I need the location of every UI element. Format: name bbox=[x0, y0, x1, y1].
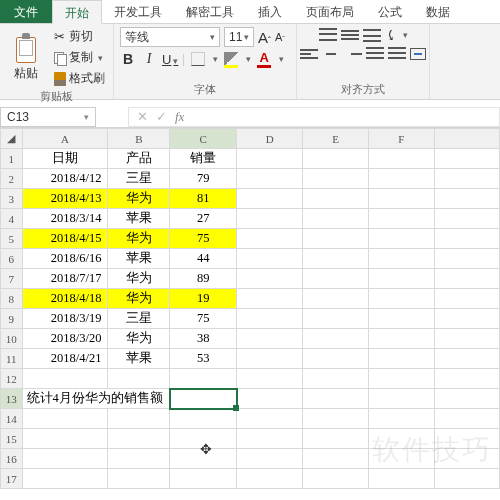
cell-product[interactable]: 华为 bbox=[108, 269, 170, 289]
row-header[interactable]: 6 bbox=[1, 249, 23, 269]
header-cell[interactable]: 日期 bbox=[22, 149, 108, 169]
row-header[interactable]: 13 bbox=[1, 389, 23, 409]
row-header[interactable]: 8 bbox=[1, 289, 23, 309]
col-header-B[interactable]: B bbox=[108, 129, 170, 149]
header-cell[interactable]: 产品 bbox=[108, 149, 170, 169]
cell-sales[interactable]: 79 bbox=[170, 169, 237, 189]
cut-button[interactable]: ✂ 剪切 bbox=[52, 27, 107, 46]
tab-developer[interactable]: 开发工具 bbox=[102, 0, 174, 23]
cell-sales[interactable]: 53 bbox=[170, 349, 237, 369]
orientation-button[interactable]: ⤹ bbox=[385, 27, 397, 43]
format-painter-button[interactable]: 格式刷 bbox=[52, 69, 107, 88]
decrease-indent-button[interactable] bbox=[366, 47, 384, 61]
row-header[interactable]: 4 bbox=[1, 209, 23, 229]
align-center-button[interactable] bbox=[322, 47, 340, 61]
font-color-button[interactable]: A bbox=[257, 52, 271, 66]
align-bottom-button[interactable] bbox=[363, 28, 381, 42]
cell-product[interactable]: 苹果 bbox=[108, 209, 170, 229]
cell-date[interactable]: 2018/3/14 bbox=[22, 209, 108, 229]
fill-handle[interactable] bbox=[233, 405, 239, 411]
cell-product[interactable]: 华为 bbox=[108, 229, 170, 249]
font-size-select[interactable]: 11▾ bbox=[224, 27, 254, 47]
cell-product[interactable]: 华为 bbox=[108, 329, 170, 349]
align-middle-button[interactable] bbox=[341, 28, 359, 42]
col-header-C[interactable]: C bbox=[170, 129, 237, 149]
summary-label-cell[interactable]: 统计4月份华为的销售额 bbox=[22, 389, 170, 409]
cell-sales[interactable]: 89 bbox=[170, 269, 237, 289]
row-header[interactable]: 1 bbox=[1, 149, 23, 169]
row-header[interactable]: 17 bbox=[1, 469, 23, 489]
tab-data[interactable]: 数据 bbox=[414, 0, 462, 23]
col-header-G[interactable] bbox=[434, 129, 499, 149]
cell-date[interactable]: 2018/6/16 bbox=[22, 249, 108, 269]
fx-icon[interactable]: fx bbox=[175, 109, 184, 125]
row-header[interactable]: 16 bbox=[1, 449, 23, 469]
row-header[interactable]: 12 bbox=[1, 369, 23, 389]
align-top-button[interactable] bbox=[319, 28, 337, 42]
paste-button[interactable]: 粘贴 bbox=[6, 33, 46, 82]
group-label-alignment: 对齐方式 bbox=[303, 81, 423, 98]
cell-sales[interactable]: 75 bbox=[170, 229, 237, 249]
cell-sales[interactable]: 75 bbox=[170, 309, 237, 329]
cell-date[interactable]: 2018/3/19 bbox=[22, 309, 108, 329]
grid[interactable]: ◢ A B C D E F 1 日期 产品 销量 22018/4/12三星793… bbox=[0, 128, 500, 489]
cell-sales[interactable]: 19 bbox=[170, 289, 237, 309]
font-name-select[interactable]: 等线▾ bbox=[120, 27, 220, 47]
cell-product[interactable]: 三星 bbox=[108, 169, 170, 189]
selected-cell[interactable] bbox=[170, 389, 237, 409]
row-header[interactable]: 3 bbox=[1, 189, 23, 209]
cell-date[interactable]: 2018/4/21 bbox=[22, 349, 108, 369]
row-header[interactable]: 9 bbox=[1, 309, 23, 329]
cell-date[interactable]: 2018/3/20 bbox=[22, 329, 108, 349]
tab-insert[interactable]: 插入 bbox=[246, 0, 294, 23]
tab-formulas[interactable]: 公式 bbox=[366, 0, 414, 23]
copy-button[interactable]: 复制▾ bbox=[52, 48, 107, 67]
col-header-F[interactable]: F bbox=[368, 129, 434, 149]
increase-font-icon[interactable]: Aˆ bbox=[258, 30, 271, 45]
row-header[interactable]: 2 bbox=[1, 169, 23, 189]
name-box[interactable]: C13▾ bbox=[0, 107, 96, 127]
tab-home[interactable]: 开始 bbox=[52, 0, 102, 24]
fill-color-button[interactable] bbox=[224, 52, 238, 66]
tab-page-layout[interactable]: 页面布局 bbox=[294, 0, 366, 23]
decrease-font-icon[interactable]: Aˇ bbox=[275, 32, 285, 43]
borders-button[interactable] bbox=[191, 52, 205, 66]
align-left-button[interactable] bbox=[300, 47, 318, 61]
row-header[interactable]: 7 bbox=[1, 269, 23, 289]
col-header-D[interactable]: D bbox=[237, 129, 303, 149]
cell-sales[interactable]: 38 bbox=[170, 329, 237, 349]
tab-file[interactable]: 文件 bbox=[0, 0, 52, 23]
underline-button[interactable]: U▾ bbox=[162, 52, 176, 67]
col-header-E[interactable]: E bbox=[303, 129, 369, 149]
row-header[interactable]: 11 bbox=[1, 349, 23, 369]
row-header[interactable]: 10 bbox=[1, 329, 23, 349]
cell-date[interactable]: 2018/4/13 bbox=[22, 189, 108, 209]
cell-date[interactable]: 2018/4/12 bbox=[22, 169, 108, 189]
row-header[interactable]: 14 bbox=[1, 409, 23, 429]
cell-sales[interactable]: 44 bbox=[170, 249, 237, 269]
header-cell[interactable]: 销量 bbox=[170, 149, 237, 169]
align-right-button[interactable] bbox=[344, 47, 362, 61]
enter-icon[interactable]: ✓ bbox=[156, 109, 167, 124]
italic-button[interactable]: I bbox=[142, 51, 156, 67]
cell-product[interactable]: 华为 bbox=[108, 289, 170, 309]
cell-date[interactable]: 2018/7/17 bbox=[22, 269, 108, 289]
cell-date[interactable]: 2018/4/15 bbox=[22, 229, 108, 249]
col-header-A[interactable]: A bbox=[22, 129, 108, 149]
formula-input[interactable] bbox=[192, 107, 500, 127]
increase-indent-button[interactable] bbox=[388, 47, 406, 61]
cell-product[interactable]: 三星 bbox=[108, 309, 170, 329]
tab-analyze[interactable]: 解密工具 bbox=[174, 0, 246, 23]
merge-button[interactable] bbox=[410, 48, 426, 60]
cell-product[interactable]: 华为 bbox=[108, 189, 170, 209]
select-all-corner[interactable]: ◢ bbox=[1, 129, 23, 149]
bold-button[interactable]: B bbox=[120, 51, 136, 67]
cell-sales[interactable]: 81 bbox=[170, 189, 237, 209]
cell-sales[interactable]: 27 bbox=[170, 209, 237, 229]
row-header[interactable]: 15 bbox=[1, 429, 23, 449]
cell-date[interactable]: 2018/4/18 bbox=[22, 289, 108, 309]
cancel-icon[interactable]: ✕ bbox=[137, 109, 148, 124]
cell-product[interactable]: 苹果 bbox=[108, 349, 170, 369]
cell-product[interactable]: 苹果 bbox=[108, 249, 170, 269]
row-header[interactable]: 5 bbox=[1, 229, 23, 249]
